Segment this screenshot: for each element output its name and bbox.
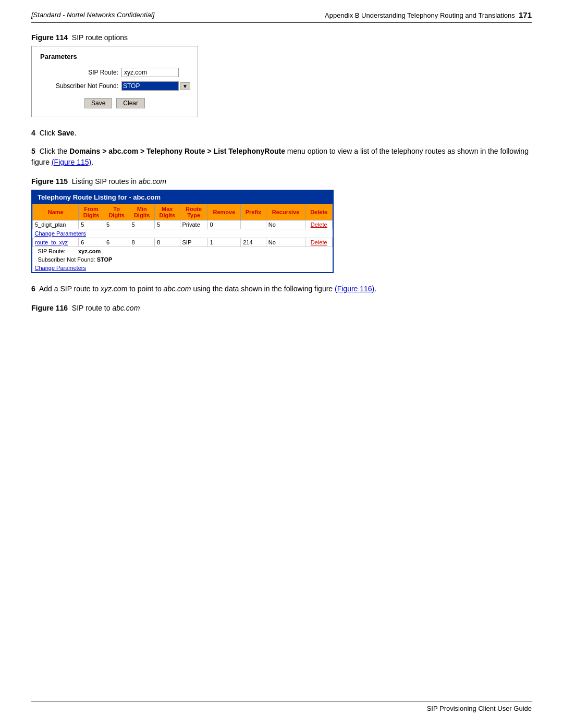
sip-route-input[interactable] [121, 68, 179, 77]
box-title: Parameters [40, 53, 189, 60]
dropdown-arrow[interactable]: ▼ [180, 82, 190, 90]
route-listing-box: Telephony Route Listing for - abc.com Na… [31, 190, 334, 273]
row1-name: 5_digit_plan [33, 220, 79, 229]
row1-prefix [241, 220, 266, 229]
row1-delete: Delete [305, 220, 333, 229]
figure-115-link[interactable]: (Figure 115) [52, 158, 91, 166]
table-header-row: Name FromDigits ToDigits MinDigits MaxDi… [33, 204, 333, 220]
table-row: 5_digit_plan 5 5 5 5 Private 0 No Delete [33, 220, 333, 229]
figure-115-label: Figure 115 Listing SIP routes in abc.com [31, 177, 532, 186]
subscriber-row: Subscriber Not Found: STOP ▼ [40, 81, 189, 91]
row2-min: 8 [129, 238, 155, 247]
row1-to: 5 [104, 220, 129, 229]
appendix-label: Appendix B Understanding Telephony Routi… [325, 10, 532, 19]
sip-route-label: SIP Route: [40, 69, 118, 76]
col-to: ToDigits [104, 204, 129, 220]
row1-route-type: Private [180, 220, 207, 229]
row1-from: 5 [79, 220, 104, 229]
sip-route-info-label: SIP Route: [38, 248, 66, 254]
row1-min: 5 [129, 220, 155, 229]
form-buttons: Save Clear [40, 98, 189, 108]
sip-info-row: SIP Route: xyz.com [33, 247, 333, 256]
subscriber-label: Subscriber Not Found: [40, 82, 118, 90]
confidential-label: [Standard - Nortel Networks Confidential… [31, 11, 154, 19]
page-footer: SIP Provisioning Client User Guide [31, 701, 532, 712]
subscriber-info-label: Subscriber Not Found: [38, 256, 95, 263]
row2-prefix: 214 [241, 238, 266, 247]
col-route-type: RouteType [180, 204, 207, 220]
save-button[interactable]: Save [84, 98, 112, 108]
row2-remove: 1 [207, 238, 241, 247]
row2-max: 8 [154, 238, 180, 247]
row2-route-type: SIP [180, 238, 207, 247]
parameters-box: Parameters SIP Route: Subscriber Not Fou… [31, 46, 198, 117]
col-name: Name [33, 204, 79, 220]
figure-116-label: Figure 116 SIP route to abc.com [31, 304, 532, 312]
row1-remove: 0 [207, 220, 241, 229]
change-params-row-2: Change Parameters [33, 264, 333, 272]
route-listing-header: Telephony Route Listing for - abc.com [32, 191, 333, 204]
sip-route-info-value: xyz.com [78, 248, 101, 254]
col-prefix: Prefix [241, 204, 266, 220]
col-recursive: Recursive [266, 204, 305, 220]
sip-route-row: SIP Route: [40, 68, 189, 77]
row2-to: 6 [104, 238, 129, 247]
footer-text: SIP Provisioning Client User Guide [427, 705, 532, 712]
step-4: 4 Click Save. [31, 128, 532, 139]
col-max: MaxDigits [154, 204, 180, 220]
col-delete: Delete [305, 204, 333, 220]
route-to-xyz-link[interactable]: route_to_xyz [35, 239, 68, 245]
step-5: 5 Click the Domains > abc.com > Telephon… [31, 146, 532, 168]
change-params-row-1: Change Parameters [33, 229, 333, 238]
step-6: 6 Add a SIP route to xyz.com to point to… [31, 283, 532, 294]
row2-name: route_to_xyz [33, 238, 79, 247]
row1-max: 5 [154, 220, 180, 229]
route-table: Name FromDigits ToDigits MinDigits MaxDi… [32, 204, 333, 272]
subscriber-info-value: STOP [97, 256, 113, 263]
col-min: MinDigits [129, 204, 155, 220]
table-row: route_to_xyz 6 6 8 8 SIP 1 214 No Delete [33, 238, 333, 247]
row2-recursive: No [266, 238, 305, 247]
clear-button[interactable]: Clear [116, 98, 145, 108]
subscriber-info-row: Subscriber Not Found: STOP [33, 255, 333, 264]
page-header: [Standard - Nortel Networks Confidential… [31, 10, 532, 23]
change-params-link-1[interactable]: Change Parameters [35, 230, 86, 237]
figure-114-label: Figure 114 SIP route options [31, 33, 532, 42]
col-remove: Remove [207, 204, 241, 220]
figure-116-link[interactable]: (Figure 116) [335, 285, 374, 293]
col-from: FromDigits [79, 204, 104, 220]
row2-from: 6 [79, 238, 104, 247]
change-params-link-2[interactable]: Change Parameters [35, 265, 86, 271]
subscriber-select[interactable]: STOP [121, 81, 179, 91]
row2-delete: Delete [305, 238, 333, 247]
row1-recursive: No [266, 220, 305, 229]
